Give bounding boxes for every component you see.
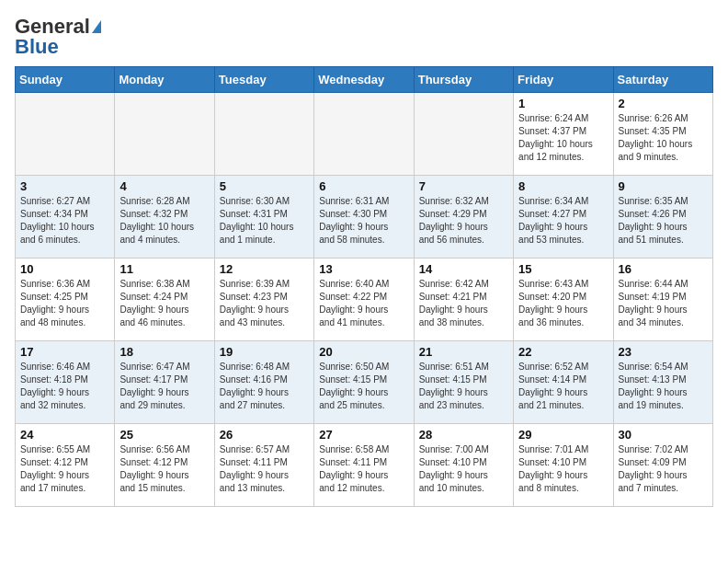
day-info: Sunrise: 6:54 AM Sunset: 4:13 PM Dayligh… [619, 361, 709, 412]
calendar-cell: 17Sunrise: 6:46 AM Sunset: 4:18 PM Dayli… [16, 341, 115, 424]
calendar-cell: 22Sunrise: 6:52 AM Sunset: 4:14 PM Dayli… [514, 341, 613, 424]
weekday-header: Monday [115, 67, 214, 93]
calendar-cell: 4Sunrise: 6:28 AM Sunset: 4:32 PM Daylig… [115, 176, 214, 259]
day-info: Sunrise: 6:46 AM Sunset: 4:18 PM Dayligh… [20, 361, 110, 412]
day-number: 7 [419, 179, 509, 193]
day-number: 2 [619, 97, 709, 110]
calendar-cell: 14Sunrise: 6:42 AM Sunset: 4:21 PM Dayli… [414, 259, 513, 341]
day-info: Sunrise: 6:55 AM Sunset: 4:12 PM Dayligh… [20, 443, 110, 495]
logo-triangle-icon [92, 20, 101, 33]
day-number: 24 [20, 428, 110, 442]
day-info: Sunrise: 6:38 AM Sunset: 4:24 PM Dayligh… [119, 278, 210, 329]
day-number: 14 [419, 262, 509, 276]
calendar-cell: 7Sunrise: 6:32 AM Sunset: 4:29 PM Daylig… [414, 176, 513, 259]
day-number: 23 [619, 345, 709, 359]
calendar-week-row: 1Sunrise: 6:24 AM Sunset: 4:37 PM Daylig… [16, 93, 713, 176]
weekday-header: Wednesday [314, 67, 414, 93]
day-number: 28 [419, 428, 509, 442]
calendar-table: SundayMondayTuesdayWednesdayThursdayFrid… [15, 66, 713, 507]
calendar-cell [16, 93, 115, 176]
day-info: Sunrise: 6:36 AM Sunset: 4:25 PM Dayligh… [20, 278, 110, 329]
calendar-cell: 29Sunrise: 7:01 AM Sunset: 4:10 PM Dayli… [514, 424, 613, 507]
day-number: 6 [319, 179, 409, 193]
calendar-cell: 15Sunrise: 6:43 AM Sunset: 4:20 PM Dayli… [514, 259, 613, 341]
calendar-cell [314, 93, 414, 176]
calendar-cell: 9Sunrise: 6:35 AM Sunset: 4:26 PM Daylig… [613, 176, 712, 259]
day-info: Sunrise: 6:43 AM Sunset: 4:20 PM Dayligh… [518, 278, 609, 329]
calendar-cell [414, 93, 513, 176]
calendar-cell: 21Sunrise: 6:51 AM Sunset: 4:15 PM Dayli… [414, 341, 513, 424]
day-info: Sunrise: 6:42 AM Sunset: 4:21 PM Dayligh… [419, 278, 509, 329]
day-info: Sunrise: 6:34 AM Sunset: 4:27 PM Dayligh… [518, 195, 609, 247]
calendar-cell: 18Sunrise: 6:47 AM Sunset: 4:17 PM Dayli… [115, 341, 214, 424]
day-info: Sunrise: 6:47 AM Sunset: 4:17 PM Dayligh… [119, 361, 210, 412]
day-number: 25 [119, 428, 210, 442]
day-number: 29 [518, 428, 609, 442]
day-number: 21 [419, 345, 509, 359]
day-info: Sunrise: 7:00 AM Sunset: 4:10 PM Dayligh… [419, 443, 509, 495]
day-info: Sunrise: 7:02 AM Sunset: 4:09 PM Dayligh… [619, 443, 709, 495]
day-number: 15 [518, 262, 609, 276]
calendar-cell: 20Sunrise: 6:50 AM Sunset: 4:15 PM Dayli… [314, 341, 414, 424]
day-number: 12 [220, 262, 310, 276]
day-info: Sunrise: 6:30 AM Sunset: 4:31 PM Dayligh… [220, 195, 310, 247]
day-number: 20 [319, 345, 409, 359]
day-info: Sunrise: 6:40 AM Sunset: 4:22 PM Dayligh… [319, 278, 409, 329]
calendar-cell: 28Sunrise: 7:00 AM Sunset: 4:10 PM Dayli… [414, 424, 513, 507]
calendar-cell: 12Sunrise: 6:39 AM Sunset: 4:23 PM Dayli… [214, 259, 313, 341]
day-number: 16 [619, 262, 709, 276]
calendar-cell: 3Sunrise: 6:27 AM Sunset: 4:34 PM Daylig… [16, 176, 115, 259]
day-number: 19 [220, 345, 310, 359]
day-info: Sunrise: 6:44 AM Sunset: 4:19 PM Dayligh… [619, 278, 709, 329]
calendar-week-row: 17Sunrise: 6:46 AM Sunset: 4:18 PM Dayli… [16, 341, 713, 424]
day-info: Sunrise: 6:35 AM Sunset: 4:26 PM Dayligh… [619, 195, 709, 247]
day-number: 5 [220, 179, 310, 193]
day-info: Sunrise: 6:24 AM Sunset: 4:37 PM Dayligh… [518, 112, 609, 164]
day-number: 27 [319, 428, 409, 442]
weekday-header: Friday [514, 67, 613, 93]
day-info: Sunrise: 6:32 AM Sunset: 4:29 PM Dayligh… [419, 195, 509, 247]
day-number: 11 [119, 262, 210, 276]
calendar-cell [115, 93, 214, 176]
weekday-header-row: SundayMondayTuesdayWednesdayThursdayFrid… [16, 67, 713, 93]
day-info: Sunrise: 6:50 AM Sunset: 4:15 PM Dayligh… [319, 361, 409, 412]
weekday-header: Thursday [414, 67, 513, 93]
calendar-cell: 6Sunrise: 6:31 AM Sunset: 4:30 PM Daylig… [314, 176, 414, 259]
day-info: Sunrise: 6:28 AM Sunset: 4:32 PM Dayligh… [119, 195, 210, 247]
day-info: Sunrise: 6:52 AM Sunset: 4:14 PM Dayligh… [518, 361, 609, 412]
calendar-cell [214, 93, 313, 176]
calendar-cell: 1Sunrise: 6:24 AM Sunset: 4:37 PM Daylig… [514, 93, 613, 176]
day-number: 17 [20, 345, 110, 359]
day-number: 8 [518, 179, 609, 193]
calendar-cell: 19Sunrise: 6:48 AM Sunset: 4:16 PM Dayli… [214, 341, 313, 424]
day-number: 13 [319, 262, 409, 276]
day-number: 18 [119, 345, 210, 359]
day-number: 9 [619, 179, 709, 193]
day-number: 22 [518, 345, 609, 359]
day-info: Sunrise: 7:01 AM Sunset: 4:10 PM Dayligh… [518, 443, 609, 495]
day-info: Sunrise: 6:27 AM Sunset: 4:34 PM Dayligh… [20, 195, 110, 247]
day-number: 30 [619, 428, 709, 442]
day-info: Sunrise: 6:26 AM Sunset: 4:35 PM Dayligh… [619, 112, 709, 164]
day-number: 26 [220, 428, 310, 442]
weekday-header: Saturday [613, 67, 712, 93]
calendar-cell: 24Sunrise: 6:55 AM Sunset: 4:12 PM Dayli… [16, 424, 115, 507]
day-number: 4 [119, 179, 210, 193]
calendar-cell: 10Sunrise: 6:36 AM Sunset: 4:25 PM Dayli… [16, 259, 115, 341]
day-info: Sunrise: 6:51 AM Sunset: 4:15 PM Dayligh… [419, 361, 509, 412]
calendar-cell: 8Sunrise: 6:34 AM Sunset: 4:27 PM Daylig… [514, 176, 613, 259]
calendar-week-row: 3Sunrise: 6:27 AM Sunset: 4:34 PM Daylig… [16, 176, 713, 259]
day-info: Sunrise: 6:48 AM Sunset: 4:16 PM Dayligh… [220, 361, 310, 412]
calendar-week-row: 10Sunrise: 6:36 AM Sunset: 4:25 PM Dayli… [16, 259, 713, 341]
calendar-cell: 13Sunrise: 6:40 AM Sunset: 4:22 PM Dayli… [314, 259, 414, 341]
calendar-cell: 27Sunrise: 6:58 AM Sunset: 4:11 PM Dayli… [314, 424, 414, 507]
calendar-cell: 26Sunrise: 6:57 AM Sunset: 4:11 PM Dayli… [214, 424, 313, 507]
calendar-cell: 2Sunrise: 6:26 AM Sunset: 4:35 PM Daylig… [613, 93, 712, 176]
calendar-cell: 23Sunrise: 6:54 AM Sunset: 4:13 PM Dayli… [613, 341, 712, 424]
logo-blue-text: Blue [15, 35, 59, 59]
day-number: 10 [20, 262, 110, 276]
weekday-header: Tuesday [214, 67, 313, 93]
day-info: Sunrise: 6:31 AM Sunset: 4:30 PM Dayligh… [319, 195, 409, 247]
day-info: Sunrise: 6:57 AM Sunset: 4:11 PM Dayligh… [220, 443, 310, 495]
day-info: Sunrise: 6:58 AM Sunset: 4:11 PM Dayligh… [319, 443, 409, 495]
